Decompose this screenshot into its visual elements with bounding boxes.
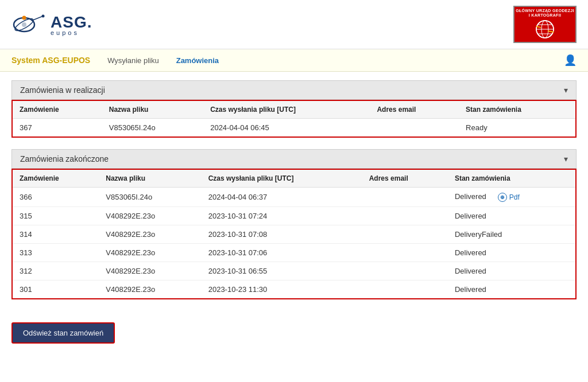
cell-file: V408292E.23o — [99, 262, 201, 280]
cell-file: V408292E.23o — [99, 207, 201, 225]
table-in-progress-container: Zamówienie Nazwa pliku Czas wysłania pli… — [11, 100, 577, 138]
section-in-progress: Zamówienia w realizacji ▾ Zamówienie Naz… — [11, 80, 577, 138]
page-header: ASG. eupos GŁÓWNY URZĄD GEODEZJI I KARTO… — [0, 0, 588, 49]
section-completed-chevron: ▾ — [564, 154, 568, 163]
col-czas-2: Czas wysłania pliku [UTC] — [202, 170, 362, 188]
col-stan-2: Stan zamówienia — [448, 170, 575, 188]
svg-point-5 — [42, 14, 45, 17]
table-in-progress-header-row: Zamówienie Nazwa pliku Czas wysłania pli… — [13, 101, 575, 119]
cell-file: V853065I.24o — [102, 119, 203, 137]
cell-email — [362, 207, 448, 225]
svg-point-2 — [22, 15, 26, 20]
cell-email — [362, 225, 448, 244]
refresh-button[interactable]: Odśwież stan zamówień — [11, 322, 115, 344]
section-completed-header[interactable]: Zamówienia zakończone ▾ — [11, 149, 577, 169]
svg-point-3 — [22, 22, 26, 27]
svg-line-12 — [536, 26, 541, 28]
section-in-progress-header[interactable]: Zamówienia w realizacji ▾ — [11, 80, 577, 100]
cell-file: V408292E.23o — [99, 225, 201, 244]
cell-status: DeliveryFailed — [448, 225, 575, 244]
cell-time: 2023-10-31 07:24 — [202, 207, 362, 225]
logo-eupos: eupos — [51, 29, 79, 36]
cell-status: Ready — [459, 119, 575, 137]
cell-email — [362, 188, 448, 207]
col-nazwa-pliku-2: Nazwa pliku — [99, 170, 201, 188]
gugik-logo-text: GŁÓWNY URZĄD GEODEZJI I KARTOGRAFII — [514, 7, 575, 18]
cell-id: 314 — [13, 225, 99, 244]
user-icon[interactable]: 👤 — [564, 54, 577, 67]
cell-time: 2024-04-04 06:37 — [202, 188, 362, 207]
logo-area: ASG. eupos — [11, 10, 92, 39]
table-row: 366V853065I.24o2024-04-04 06:37Delivered… — [13, 188, 575, 207]
col-email-1: Adres email — [370, 101, 459, 119]
nav-link-wysylanie[interactable]: Wysyłanie pliku — [107, 56, 158, 65]
table-completed: Zamówienie Nazwa pliku Czas wysłania pli… — [13, 170, 575, 298]
gugik-globe-icon — [531, 18, 559, 40]
asg-logo-icon — [11, 10, 46, 39]
table-in-progress: Zamówienie Nazwa pliku Czas wysłania pli… — [13, 101, 575, 137]
cell-email — [362, 262, 448, 280]
col-czas-1: Czas wysłania pliku [UTC] — [203, 101, 370, 119]
navbar: System ASG-EUPOS Wysyłanie pliku Zamówie… — [0, 49, 588, 72]
gugik-logo: GŁÓWNY URZĄD GEODEZJI I KARTOGRAFII — [513, 6, 577, 43]
cell-email — [362, 244, 448, 262]
section-in-progress-title: Zamówienia w realizacji — [20, 85, 105, 95]
col-zamowienie-1: Zamówienie — [13, 101, 102, 119]
col-email-2: Adres email — [362, 170, 448, 188]
cell-status: Delivered — [448, 280, 575, 299]
navbar-brand: System ASG-EUPOS — [11, 56, 90, 65]
cell-id: 315 — [13, 207, 99, 225]
table-row: 301V408292E.23o2023-10-23 11:30Delivered — [13, 280, 575, 299]
col-zamowienie-2: Zamówienie — [13, 170, 99, 188]
cell-status: Delivered — [448, 262, 575, 280]
col-nazwa-pliku-1: Nazwa pliku — [102, 101, 203, 119]
cell-time: 2023-10-31 07:06 — [202, 244, 362, 262]
table-row: 313V408292E.23o2023-10-31 07:06Delivered — [13, 244, 575, 262]
logo-text: ASG. eupos — [51, 13, 92, 36]
cell-email — [370, 119, 459, 137]
pdf-icon: ⊕ — [498, 193, 507, 202]
table-row: 312V408292E.23o2023-10-31 06:55Delivered — [13, 262, 575, 280]
main-content: Zamówienia w realizacji ▾ Zamówienie Naz… — [0, 72, 588, 352]
cell-email — [362, 280, 448, 299]
table-completed-header-row: Zamówienie Nazwa pliku Czas wysłania pli… — [13, 170, 575, 188]
svg-line-4 — [32, 16, 43, 21]
nav-link-zamowienia[interactable]: Zamówienia — [176, 56, 219, 65]
table-row: 315V408292E.23o2023-10-31 07:24Delivered — [13, 207, 575, 225]
section-completed-title: Zamówienia zakończone — [20, 154, 109, 163]
table-completed-container: Zamówienie Nazwa pliku Czas wysłania pli… — [11, 169, 577, 299]
cell-id: 301 — [13, 280, 99, 299]
cell-time: 2024-04-04 06:45 — [203, 119, 370, 137]
cell-status: Delivered⊕ Pdf — [448, 188, 575, 207]
section-in-progress-chevron: ▾ — [564, 85, 568, 95]
cell-status: Delivered — [448, 244, 575, 262]
table-row: 367 V853065I.24o 2024-04-04 06:45 Ready — [13, 119, 575, 137]
cell-status: Delivered — [448, 207, 575, 225]
cell-id: 312 — [13, 262, 99, 280]
cell-time: 2023-10-23 11:30 — [202, 280, 362, 299]
cell-id: 313 — [13, 244, 99, 262]
section-completed: Zamówienia zakończone ▾ Zamówienie Nazwa… — [11, 149, 577, 299]
cell-id: 366 — [13, 188, 99, 207]
cell-time: 2023-10-31 07:08 — [202, 225, 362, 244]
col-stan-1: Stan zamówienia — [459, 101, 575, 119]
cell-file: V408292E.23o — [99, 244, 201, 262]
cell-file: V408292E.23o — [99, 280, 201, 299]
cell-id: 367 — [13, 119, 102, 137]
pdf-link[interactable]: ⊕ Pdf — [498, 193, 520, 202]
table-row: 314V408292E.23o2023-10-31 07:08DeliveryF… — [13, 225, 575, 244]
cell-time: 2023-10-31 06:55 — [202, 262, 362, 280]
cell-file: V853065I.24o — [99, 188, 201, 207]
svg-line-13 — [548, 31, 554, 32]
